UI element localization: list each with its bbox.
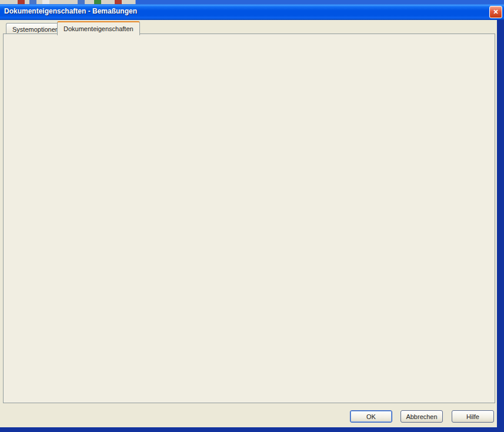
help-button[interactable]: Hilfe [452, 410, 494, 423]
toolbar-icon-fragment [42, 0, 49, 4]
tab-page [3, 34, 495, 403]
screen: Dokumenteigenschaften - Bemaßungen ✕ Sys… [0, 0, 504, 432]
background-strip-right [497, 20, 504, 432]
toolbar-icon-fragment [29, 0, 36, 4]
tab-systemoptionen[interactable]: Systemoptionen [6, 23, 65, 35]
toolbar-icon-fragment [78, 0, 85, 4]
title-bar: Dokumenteigenschaften - Bemaßungen ✕ [0, 4, 504, 20]
ok-button[interactable]: OK [350, 410, 392, 423]
tab-dokumenteigenschaften[interactable]: Dokumenteigenschaften [57, 21, 140, 35]
toolbar-icon-fragment [115, 0, 122, 4]
background-strip-bottom [0, 427, 504, 432]
close-icon[interactable]: ✕ [489, 6, 502, 18]
toolbar-icon-fragment [18, 0, 25, 4]
background-app-toolbar [0, 0, 504, 4]
toolbar-icon-fragment [94, 0, 101, 4]
cancel-button[interactable]: Abbrechen [400, 410, 443, 423]
window-title: Dokumenteigenschaften - Bemaßungen [4, 7, 137, 15]
